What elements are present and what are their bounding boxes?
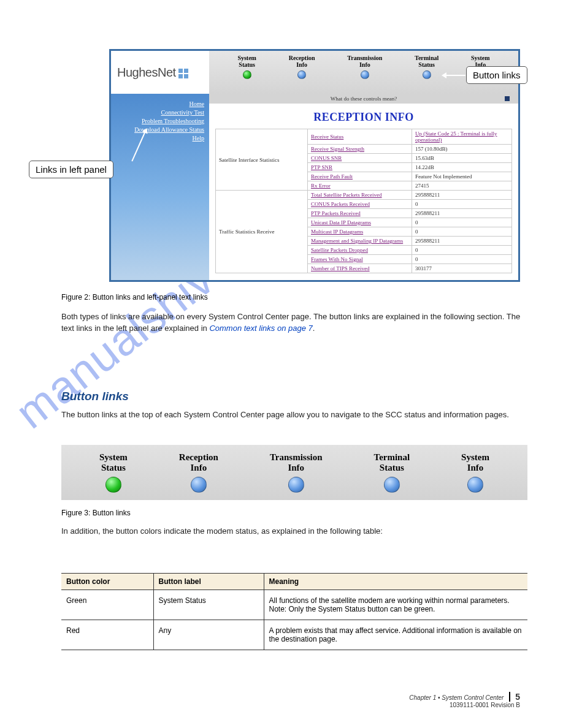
buttons-figure: SystemStatusReceptionInfoTransmissionInf… (61, 445, 527, 500)
metric-cell: Unicast Data IP Datagrams (308, 218, 412, 227)
left-link-home[interactable]: Home (116, 100, 204, 108)
value-cell: 157 (10.80dB) (412, 145, 512, 154)
metric-link[interactable]: Receive Status (311, 134, 343, 140)
left-link-download-allowance-status[interactable]: Download Allowance Status (116, 126, 204, 134)
paragraph-colors-intro: In addition, the button colors indicate … (61, 526, 527, 537)
metric-link[interactable]: Total Satellite Packets Received (311, 192, 382, 198)
top-button-system-status[interactable]: SystemStatus (237, 55, 256, 79)
metric-link[interactable]: Number of TIPS Received (311, 265, 370, 271)
big-button-label-line1: Terminal (374, 452, 410, 463)
status-dot-icon (243, 70, 251, 79)
status-dot-icon (288, 477, 304, 493)
metric-link[interactable]: PTP SNR (311, 164, 332, 170)
figure2-caption: Figure 2: Button links and left-panel te… (61, 293, 208, 301)
column-header: Meaning (264, 574, 527, 590)
label-cell: System Status (153, 590, 264, 620)
table-row: Traffic Statistics ReceiveTotal Satellit… (216, 191, 512, 200)
top-button-label-line2: Status (237, 61, 256, 68)
logo-mark-icon (178, 67, 188, 77)
big-button-transmission-info[interactable]: TransmissionInfo (270, 452, 323, 493)
big-button-label-line1: Transmission (270, 452, 323, 463)
top-button-label-line1: Reception (289, 55, 315, 61)
left-link-connectivity-test[interactable]: Connectivity Test (116, 108, 204, 117)
big-button-label-line2: Status (99, 463, 128, 473)
metric-link[interactable]: Receive Path Fault (311, 173, 353, 180)
svg-rect-0 (178, 69, 183, 73)
value-cell: 15.63dB (412, 154, 512, 163)
status-dot-icon (191, 477, 207, 493)
metric-cell: Receive Status (308, 129, 412, 145)
logo-text: HughesNet (117, 66, 188, 80)
figure3-caption: Figure 3: Button links (61, 509, 131, 517)
callout-button-links: Button links (466, 66, 527, 84)
left-link-problem-troubleshooting[interactable]: Problem Troubleshooting (116, 117, 204, 126)
color-cell: Red (61, 620, 153, 650)
big-button-label-line2: Info (461, 463, 489, 473)
value-link[interactable]: Up (State Code 25 : Terminal is fully op… (415, 131, 497, 143)
metric-cell: CONUS Packets Received (308, 200, 412, 209)
metric-cell: CONUS SNR (308, 154, 412, 163)
app-screenshot: HughesNet SystemStatusReceptionInfoTrans… (109, 49, 520, 282)
metric-link[interactable]: CONUS SNR (311, 155, 342, 161)
value-cell: 295888211 (412, 237, 512, 246)
big-button-system-info[interactable]: SystemInfo (461, 452, 489, 493)
metric-cell: Total Satellite Packets Received (308, 191, 412, 200)
metric-link[interactable]: CONUS Packets Received (311, 201, 370, 207)
table-row: GreenSystem StatusAll functions of the s… (61, 590, 527, 620)
top-button-label-line2: Info (347, 61, 382, 68)
big-button-system-status[interactable]: SystemStatus (99, 452, 128, 493)
metric-cell: Satellite Packets Dropped (308, 246, 412, 255)
big-button-label-line1: System (99, 452, 128, 463)
top-button-label-line1: System (237, 55, 256, 61)
big-button-reception-info[interactable]: ReceptionInfo (179, 452, 218, 493)
value-cell: 0 (412, 246, 512, 255)
metric-link[interactable]: Multicast IP Datagrams (311, 229, 363, 235)
metric-link[interactable]: Unicast Data IP Datagrams (311, 219, 371, 226)
xref-common-text-links[interactable]: Common text links on page 7 (209, 324, 312, 333)
status-dot-icon (105, 477, 121, 493)
meaning-cell: A problem exists that may affect service… (264, 620, 527, 650)
paragraph-links-explained: Both types of links are available on eve… (61, 311, 527, 335)
arrow-to-button-links (443, 75, 465, 76)
label-cell: Any (153, 620, 264, 650)
metric-link[interactable]: Management and Signaling IP Datagrams (311, 238, 403, 244)
big-button-label-line1: Reception (179, 452, 218, 463)
main-pane: What do these controls mean? RECEPTION I… (209, 94, 518, 280)
big-button-label-line2: Info (270, 463, 323, 473)
flag-icon[interactable] (505, 96, 510, 101)
big-button-label-line1: System (461, 452, 489, 463)
top-button-label-line1: System (471, 55, 490, 61)
para1-part-b: . (313, 324, 315, 333)
metric-link[interactable]: Receive Signal Strength (311, 146, 364, 152)
paragraph-button-links: The button links at the top of each Syst… (61, 409, 527, 421)
metric-cell: Management and Signaling IP Datagrams (308, 237, 412, 246)
metric-link[interactable]: Satellite Packets Dropped (311, 247, 368, 253)
metric-cell: Multicast IP Datagrams (308, 227, 412, 237)
column-header: Button color (61, 574, 153, 590)
metric-link[interactable]: PTP Packets Received (311, 210, 361, 216)
metric-cell: PTP Packets Received (308, 209, 412, 218)
controls-strip: What do these controls mean? (209, 94, 518, 104)
left-panel: HomeConnectivity TestProblem Troubleshoo… (111, 94, 209, 280)
metric-link[interactable]: Frames With No Signal (311, 256, 363, 262)
group-cell: Satellite Interface Statistics (216, 129, 308, 191)
top-button-transmission-info[interactable]: TransmissionInfo (347, 55, 382, 79)
value-cell: 0 (412, 227, 512, 237)
stats-wrap: Satellite Interface StatisticsReceive St… (209, 129, 518, 273)
controls-strip-text[interactable]: What do these controls mean? (331, 96, 397, 102)
value-cell: Up (State Code 25 : Terminal is fully op… (412, 129, 512, 145)
value-cell: 295888211 (412, 191, 512, 200)
page-footer: Chapter 1 • System Control Center 5 1039… (409, 692, 520, 708)
big-button-terminal-status[interactable]: TerminalStatus (374, 452, 410, 493)
table-row: Satellite Interface StatisticsReceive St… (216, 129, 512, 145)
top-button-terminal-status[interactable]: TerminalStatus (415, 55, 439, 79)
callout-left-links: Links in left panel (29, 161, 113, 178)
metric-link[interactable]: Rx Error (311, 183, 331, 189)
top-button-reception-info[interactable]: ReceptionInfo (289, 55, 315, 79)
left-link-help[interactable]: Help (116, 134, 204, 143)
svg-rect-1 (184, 69, 188, 73)
page-title: RECEPTION INFO (209, 104, 518, 129)
metric-cell: Number of TIPS Received (308, 264, 412, 273)
top-button-label-line1: Terminal (415, 55, 439, 61)
metric-cell: Frames With No Signal (308, 255, 412, 264)
